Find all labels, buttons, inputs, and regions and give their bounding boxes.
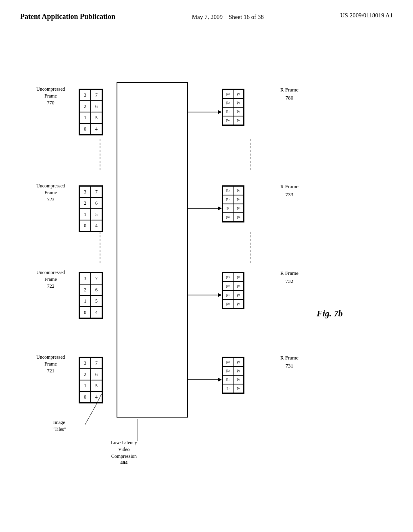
rframe-780-grid: P3 P7 P2 P6 P1 P5 P0 P4	[222, 89, 244, 126]
svg-marker-4	[218, 206, 222, 210]
rframe-733-label: R Frame 733	[280, 183, 298, 198]
frame-723-label: Uncompressed Frame 723	[36, 183, 65, 203]
svg-marker-8	[218, 378, 222, 382]
rframe-732-label: R Frame 732	[280, 269, 298, 285]
frame-722-label: Uncompressed Frame 722	[36, 269, 65, 289]
frame-721-label: Uncompressed Frame 721	[36, 354, 65, 374]
header-center: May 7, 2009 Sheet 16 of 38	[192, 12, 264, 22]
frame-723-grid: 3 7 2 6 1 5 0 4	[79, 185, 103, 232]
publication-date: May 7, 2009	[192, 14, 223, 20]
rframe-733-grid: P3 P7 P2 P6 I1 P5 P0 P4	[222, 185, 244, 222]
sheet-number: Sheet 16 of 38	[229, 14, 264, 20]
rframe-732-grid: P3 P7 P2 P6 P1 P5 P0 P4	[222, 272, 244, 309]
frame-770-label: Uncompressed Frame 770	[36, 86, 65, 106]
frame-722-grid: 3 7 2 6 1 5 0 4	[79, 272, 103, 319]
svg-marker-6	[218, 293, 222, 297]
compression-label: Low-Latency Video Compression 404	[111, 439, 137, 466]
svg-marker-2	[218, 110, 222, 114]
diagram-area: Uncompressed Frame 770 3 7 2 6 1 5 0 4 R…	[0, 26, 413, 518]
frame-770-grid: 3 7 2 6 1 5 0 4	[79, 89, 103, 135]
rframe-780-label: R Frame 780	[280, 86, 298, 102]
frame-721-grid: 3 7 2 6 1 5 0 4	[79, 357, 103, 403]
patent-number: US 2009/0118019 A1	[340, 12, 393, 19]
publication-title: Patent Application Publication	[20, 12, 115, 21]
page-header: Patent Application Publication May 7, 20…	[0, 0, 413, 26]
fig-label: Fig. 7b	[317, 308, 343, 319]
image-tiles-label: Image "Tiles"	[52, 419, 66, 433]
svg-rect-0	[117, 83, 188, 417]
rframe-731-grid: P3 P7 P2 P6 P1 P5 I0 P4	[222, 357, 244, 394]
svg-line-13	[85, 405, 96, 425]
rframe-731-label: R Frame 731	[280, 354, 298, 370]
